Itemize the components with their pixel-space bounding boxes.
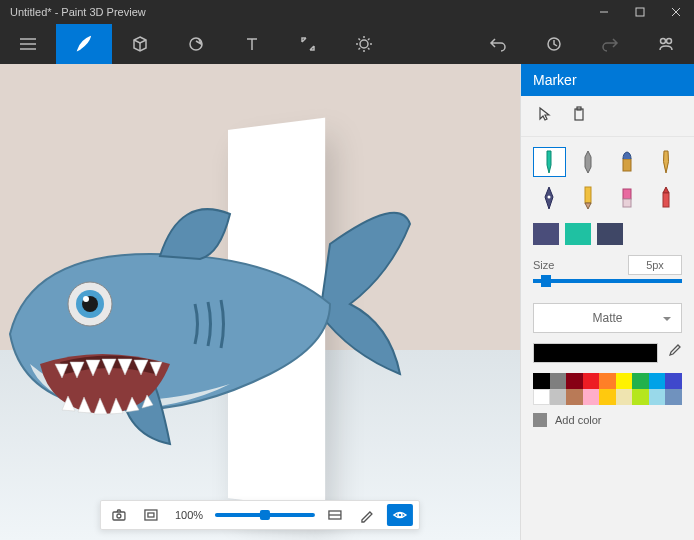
palette-swatch[interactable] bbox=[550, 373, 567, 389]
svg-rect-38 bbox=[663, 193, 669, 207]
add-color-swatch-icon bbox=[533, 413, 547, 427]
recent-swatch[interactable] bbox=[597, 223, 623, 245]
tool-text[interactable] bbox=[224, 24, 280, 64]
brush-oil[interactable] bbox=[611, 147, 644, 177]
svg-point-34 bbox=[548, 196, 551, 199]
svg-rect-31 bbox=[575, 109, 583, 120]
palette-swatch[interactable] bbox=[616, 373, 633, 389]
svg-line-13 bbox=[359, 39, 361, 41]
tool-effects[interactable] bbox=[336, 24, 392, 64]
svg-rect-37 bbox=[623, 199, 631, 207]
remix-button[interactable] bbox=[638, 24, 694, 64]
brush-pen[interactable] bbox=[572, 147, 605, 177]
brush-calligraphy[interactable] bbox=[649, 147, 682, 177]
camera-icon[interactable] bbox=[107, 503, 131, 527]
svg-point-30 bbox=[398, 513, 402, 517]
palette-swatch[interactable] bbox=[533, 389, 550, 405]
svg-rect-27 bbox=[148, 513, 154, 517]
svg-rect-24 bbox=[113, 512, 125, 520]
brush-crayon[interactable] bbox=[649, 183, 682, 213]
svg-point-23 bbox=[83, 296, 89, 302]
palette-swatch[interactable] bbox=[665, 389, 682, 405]
palette-swatch[interactable] bbox=[599, 389, 616, 405]
view-3d-toggle[interactable] bbox=[387, 504, 413, 526]
undo-button[interactable] bbox=[470, 24, 526, 64]
tool-brushes[interactable] bbox=[56, 24, 112, 64]
palette-swatch[interactable] bbox=[665, 373, 682, 389]
svg-point-19 bbox=[667, 39, 672, 44]
palette-swatch[interactable] bbox=[550, 389, 567, 405]
brush-pencil[interactable] bbox=[572, 183, 605, 213]
svg-rect-26 bbox=[145, 510, 157, 520]
eyedropper-icon[interactable] bbox=[666, 343, 682, 363]
brush-nib[interactable] bbox=[533, 183, 566, 213]
window-title: Untitled* - Paint 3D Preview bbox=[10, 6, 586, 18]
zoom-level: 100% bbox=[171, 509, 207, 521]
svg-rect-33 bbox=[623, 159, 631, 171]
palette-swatch[interactable] bbox=[649, 373, 666, 389]
tool-3d-shapes[interactable] bbox=[112, 24, 168, 64]
panel-title: Marker bbox=[521, 64, 694, 96]
recent-colors bbox=[521, 219, 694, 255]
history-button[interactable] bbox=[526, 24, 582, 64]
color-palette bbox=[521, 373, 694, 405]
material-value: Matte bbox=[592, 311, 622, 325]
minimize-button[interactable] bbox=[586, 0, 622, 24]
zoom-slider[interactable] bbox=[215, 513, 315, 517]
add-color-label: Add color bbox=[555, 414, 601, 426]
svg-rect-36 bbox=[623, 189, 631, 199]
titlebar: Untitled* - Paint 3D Preview bbox=[0, 0, 694, 24]
svg-rect-35 bbox=[585, 187, 591, 203]
size-slider[interactable] bbox=[533, 279, 682, 283]
close-button[interactable] bbox=[658, 0, 694, 24]
brush-marker[interactable] bbox=[533, 147, 566, 177]
tool-stickers[interactable] bbox=[168, 24, 224, 64]
add-color-button[interactable]: Add color bbox=[521, 405, 694, 435]
svg-line-15 bbox=[359, 48, 361, 50]
palette-swatch[interactable] bbox=[616, 389, 633, 405]
svg-point-25 bbox=[117, 514, 121, 518]
palette-swatch[interactable] bbox=[649, 389, 666, 405]
palette-swatch[interactable] bbox=[583, 373, 600, 389]
maximize-button[interactable] bbox=[622, 0, 658, 24]
pencil-mode-icon[interactable] bbox=[355, 503, 379, 527]
fit-screen-icon[interactable] bbox=[139, 503, 163, 527]
size-label: Size bbox=[533, 259, 554, 271]
palette-swatch[interactable] bbox=[566, 373, 583, 389]
palette-swatch[interactable] bbox=[632, 373, 649, 389]
palette-swatch[interactable] bbox=[599, 373, 616, 389]
hamburger-menu[interactable] bbox=[0, 24, 56, 64]
paste-icon[interactable] bbox=[571, 106, 587, 126]
palette-swatch[interactable] bbox=[533, 373, 550, 389]
palette-swatch[interactable] bbox=[632, 389, 649, 405]
svg-line-14 bbox=[368, 48, 370, 50]
palette-swatch[interactable] bbox=[583, 389, 600, 405]
side-panel: Marker Size 5p bbox=[520, 64, 694, 540]
tool-canvas[interactable] bbox=[280, 24, 336, 64]
grid-icon[interactable] bbox=[323, 503, 347, 527]
material-select[interactable]: Matte bbox=[533, 303, 682, 333]
recent-swatch[interactable] bbox=[533, 223, 559, 245]
svg-line-16 bbox=[368, 39, 370, 41]
svg-rect-1 bbox=[636, 8, 644, 16]
canvas-area[interactable]: 100% bbox=[0, 64, 520, 540]
brush-picker bbox=[521, 137, 694, 219]
svg-point-8 bbox=[360, 40, 368, 48]
view-toolbar: 100% bbox=[100, 500, 420, 530]
shark-3d-model bbox=[0, 164, 430, 464]
svg-point-18 bbox=[661, 39, 666, 44]
palette-swatch[interactable] bbox=[566, 389, 583, 405]
brush-eraser[interactable] bbox=[611, 183, 644, 213]
redo-button[interactable] bbox=[582, 24, 638, 64]
recent-swatch[interactable] bbox=[565, 223, 591, 245]
size-input[interactable]: 5px bbox=[628, 255, 682, 275]
select-tool-icon[interactable] bbox=[537, 106, 553, 126]
main-toolbar bbox=[0, 24, 694, 64]
current-color[interactable] bbox=[533, 343, 658, 363]
